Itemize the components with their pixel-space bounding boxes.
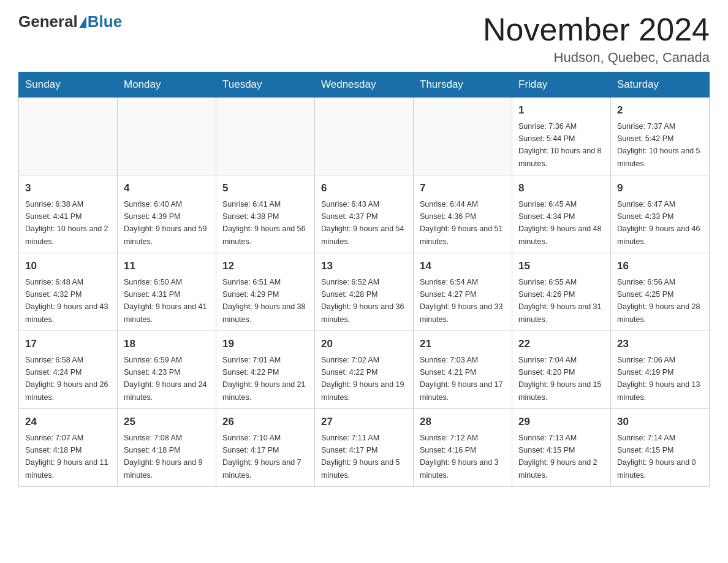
logo-text: General Blue bbox=[18, 12, 122, 31]
day-info: Sunrise: 7:12 AMSunset: 4:16 PMDaylight:… bbox=[420, 434, 499, 480]
day-number: 16 bbox=[617, 258, 703, 274]
calendar-cell: 19Sunrise: 7:01 AMSunset: 4:22 PMDayligh… bbox=[216, 331, 315, 409]
calendar-header-wednesday: Wednesday bbox=[315, 72, 414, 98]
day-info: Sunrise: 6:43 AMSunset: 4:37 PMDaylight:… bbox=[321, 200, 404, 246]
day-info: Sunrise: 6:44 AMSunset: 4:36 PMDaylight:… bbox=[420, 200, 503, 246]
calendar-cell: 11Sunrise: 6:50 AMSunset: 4:31 PMDayligh… bbox=[118, 253, 216, 331]
day-number: 27 bbox=[321, 414, 407, 430]
title-area: November 2024 Hudson, Quebec, Canada bbox=[483, 12, 710, 66]
calendar-week-row-4: 17Sunrise: 6:58 AMSunset: 4:24 PMDayligh… bbox=[19, 331, 710, 409]
calendar-cell: 8Sunrise: 6:45 AMSunset: 4:34 PMDaylight… bbox=[512, 175, 611, 253]
day-number: 2 bbox=[617, 102, 703, 118]
day-info: Sunrise: 7:37 AMSunset: 5:42 PMDaylight:… bbox=[617, 122, 700, 168]
day-info: Sunrise: 7:01 AMSunset: 4:22 PMDaylight:… bbox=[222, 356, 306, 402]
logo-general: General bbox=[18, 12, 78, 31]
day-number: 7 bbox=[420, 180, 506, 196]
day-info: Sunrise: 6:54 AMSunset: 4:27 PMDaylight:… bbox=[420, 278, 503, 324]
day-info: Sunrise: 6:50 AMSunset: 4:31 PMDaylight:… bbox=[124, 278, 207, 324]
calendar-cell: 18Sunrise: 6:59 AMSunset: 4:23 PMDayligh… bbox=[118, 331, 216, 409]
calendar-cell: 7Sunrise: 6:44 AMSunset: 4:36 PMDaylight… bbox=[414, 175, 512, 253]
calendar-cell: 13Sunrise: 6:52 AMSunset: 4:28 PMDayligh… bbox=[315, 253, 414, 331]
calendar-cell: 30Sunrise: 7:14 AMSunset: 4:15 PMDayligh… bbox=[611, 409, 710, 487]
day-info: Sunrise: 7:13 AMSunset: 4:15 PMDaylight:… bbox=[518, 434, 597, 480]
logo-blue: Blue bbox=[88, 12, 122, 31]
day-info: Sunrise: 7:10 AMSunset: 4:17 PMDaylight:… bbox=[222, 434, 301, 480]
calendar-cell: 4Sunrise: 6:40 AMSunset: 4:39 PMDaylight… bbox=[118, 175, 216, 253]
calendar-header-monday: Monday bbox=[118, 72, 216, 98]
day-number: 15 bbox=[518, 258, 604, 274]
day-info: Sunrise: 7:08 AMSunset: 4:18 PMDaylight:… bbox=[124, 434, 203, 480]
day-number: 17 bbox=[25, 336, 111, 352]
page-header: General Blue November 2024 Hudson, Quebe… bbox=[18, 12, 710, 66]
day-info: Sunrise: 7:03 AMSunset: 4:21 PMDaylight:… bbox=[420, 356, 503, 402]
day-info: Sunrise: 6:55 AMSunset: 4:26 PMDaylight:… bbox=[518, 278, 602, 324]
day-number: 1 bbox=[518, 102, 604, 118]
calendar-cell: 1Sunrise: 7:36 AMSunset: 5:44 PMDaylight… bbox=[512, 98, 611, 175]
day-info: Sunrise: 7:07 AMSunset: 4:18 PMDaylight:… bbox=[25, 434, 108, 480]
day-number: 3 bbox=[25, 180, 111, 196]
day-info: Sunrise: 6:52 AMSunset: 4:28 PMDaylight:… bbox=[321, 278, 404, 324]
location-title: Hudson, Quebec, Canada bbox=[483, 50, 710, 66]
day-number: 23 bbox=[617, 336, 703, 352]
calendar-cell bbox=[414, 98, 512, 175]
calendar-header-thursday: Thursday bbox=[414, 72, 512, 98]
day-number: 14 bbox=[420, 258, 506, 274]
calendar-cell: 20Sunrise: 7:02 AMSunset: 4:22 PMDayligh… bbox=[315, 331, 414, 409]
calendar-cell: 2Sunrise: 7:37 AMSunset: 5:42 PMDaylight… bbox=[611, 98, 710, 175]
day-number: 20 bbox=[321, 336, 407, 352]
calendar-cell bbox=[216, 98, 315, 175]
calendar-cell: 24Sunrise: 7:07 AMSunset: 4:18 PMDayligh… bbox=[19, 409, 118, 487]
day-info: Sunrise: 6:47 AMSunset: 4:33 PMDaylight:… bbox=[617, 200, 700, 246]
day-info: Sunrise: 6:51 AMSunset: 4:29 PMDaylight:… bbox=[222, 278, 306, 324]
month-title: November 2024 bbox=[483, 12, 710, 47]
day-info: Sunrise: 7:14 AMSunset: 4:15 PMDaylight:… bbox=[617, 434, 696, 480]
calendar-header-row: SundayMondayTuesdayWednesdayThursdayFrid… bbox=[19, 72, 710, 98]
calendar-week-row-3: 10Sunrise: 6:48 AMSunset: 4:32 PMDayligh… bbox=[19, 253, 710, 331]
day-number: 9 bbox=[617, 180, 703, 196]
calendar-cell: 15Sunrise: 6:55 AMSunset: 4:26 PMDayligh… bbox=[512, 253, 611, 331]
day-number: 13 bbox=[321, 258, 407, 274]
day-info: Sunrise: 7:04 AMSunset: 4:20 PMDaylight:… bbox=[518, 356, 602, 402]
calendar-cell: 21Sunrise: 7:03 AMSunset: 4:21 PMDayligh… bbox=[414, 331, 512, 409]
calendar-cell: 14Sunrise: 6:54 AMSunset: 4:27 PMDayligh… bbox=[414, 253, 512, 331]
calendar-cell: 9Sunrise: 6:47 AMSunset: 4:33 PMDaylight… bbox=[611, 175, 710, 253]
day-number: 26 bbox=[222, 414, 308, 430]
day-info: Sunrise: 7:02 AMSunset: 4:22 PMDaylight:… bbox=[321, 356, 404, 402]
calendar-cell bbox=[118, 98, 216, 175]
calendar-cell bbox=[315, 98, 414, 175]
calendar-cell: 17Sunrise: 6:58 AMSunset: 4:24 PMDayligh… bbox=[19, 331, 118, 409]
calendar-cell: 16Sunrise: 6:56 AMSunset: 4:25 PMDayligh… bbox=[611, 253, 710, 331]
day-number: 10 bbox=[25, 258, 111, 274]
day-number: 6 bbox=[321, 180, 407, 196]
calendar-cell: 26Sunrise: 7:10 AMSunset: 4:17 PMDayligh… bbox=[216, 409, 315, 487]
day-number: 5 bbox=[222, 180, 308, 196]
calendar-cell: 12Sunrise: 6:51 AMSunset: 4:29 PMDayligh… bbox=[216, 253, 315, 331]
day-number: 19 bbox=[222, 336, 308, 352]
day-number: 11 bbox=[124, 258, 210, 274]
day-info: Sunrise: 7:06 AMSunset: 4:19 PMDaylight:… bbox=[617, 356, 700, 402]
day-number: 25 bbox=[124, 414, 210, 430]
calendar-week-row-2: 3Sunrise: 6:38 AMSunset: 4:41 PMDaylight… bbox=[19, 175, 710, 253]
day-number: 22 bbox=[518, 336, 604, 352]
calendar-header-saturday: Saturday bbox=[611, 72, 710, 98]
calendar-header-sunday: Sunday bbox=[19, 72, 118, 98]
day-number: 21 bbox=[420, 336, 506, 352]
day-info: Sunrise: 7:36 AMSunset: 5:44 PMDaylight:… bbox=[518, 122, 602, 168]
calendar-cell: 5Sunrise: 6:41 AMSunset: 4:38 PMDaylight… bbox=[216, 175, 315, 253]
calendar-table: SundayMondayTuesdayWednesdayThursdayFrid… bbox=[18, 72, 710, 487]
calendar-cell: 3Sunrise: 6:38 AMSunset: 4:41 PMDaylight… bbox=[19, 175, 118, 253]
calendar-cell: 23Sunrise: 7:06 AMSunset: 4:19 PMDayligh… bbox=[611, 331, 710, 409]
calendar-week-row-5: 24Sunrise: 7:07 AMSunset: 4:18 PMDayligh… bbox=[19, 409, 710, 487]
logo: General Blue bbox=[18, 12, 122, 31]
calendar-cell: 10Sunrise: 6:48 AMSunset: 4:32 PMDayligh… bbox=[19, 253, 118, 331]
day-number: 8 bbox=[518, 180, 604, 196]
day-info: Sunrise: 6:40 AMSunset: 4:39 PMDaylight:… bbox=[124, 200, 207, 246]
calendar-cell: 25Sunrise: 7:08 AMSunset: 4:18 PMDayligh… bbox=[118, 409, 216, 487]
day-info: Sunrise: 6:45 AMSunset: 4:34 PMDaylight:… bbox=[518, 200, 602, 246]
calendar-cell: 22Sunrise: 7:04 AMSunset: 4:20 PMDayligh… bbox=[512, 331, 611, 409]
calendar-header-tuesday: Tuesday bbox=[216, 72, 315, 98]
day-info: Sunrise: 6:41 AMSunset: 4:38 PMDaylight:… bbox=[222, 200, 306, 246]
day-number: 4 bbox=[124, 180, 210, 196]
day-number: 18 bbox=[124, 336, 210, 352]
day-info: Sunrise: 7:11 AMSunset: 4:17 PMDaylight:… bbox=[321, 434, 400, 480]
